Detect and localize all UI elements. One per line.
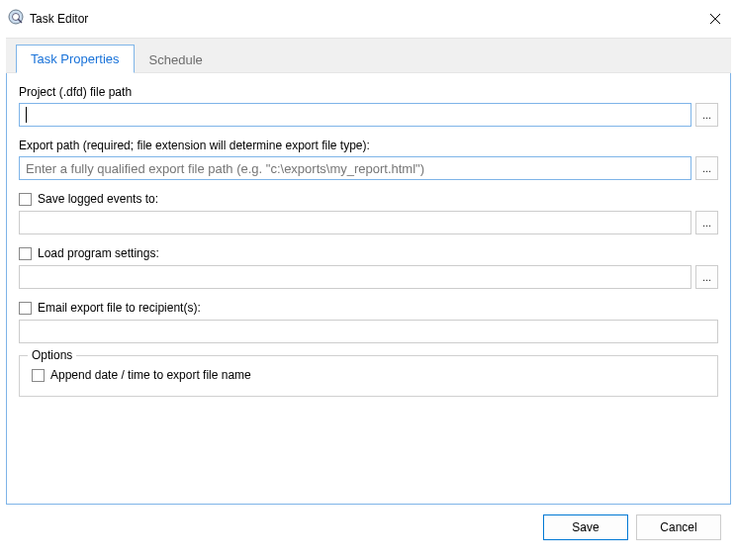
task-editor-window: Task Editor Task Properties Schedule Pro… (0, 0, 737, 560)
save-button[interactable]: Save (543, 514, 628, 540)
export-path-input[interactable] (19, 156, 691, 180)
project-path-browse-button[interactable]: ... (695, 103, 718, 127)
load-settings-label: Load program settings: (38, 246, 159, 260)
titlebar-left: Task Editor (8, 9, 88, 28)
window-title: Task Editor (30, 12, 88, 26)
options-group: Options Append date / time to export fil… (19, 355, 718, 397)
project-path-label: Project (.dfd) file path (19, 85, 718, 99)
options-legend: Options (28, 348, 76, 362)
email-recipients-checkbox[interactable] (19, 302, 32, 315)
tab-task-properties[interactable]: Task Properties (16, 45, 135, 73)
app-icon (8, 9, 24, 28)
save-events-label: Save logged events to: (38, 192, 158, 206)
append-datetime-checkbox[interactable] (32, 369, 45, 382)
load-settings-browse-button[interactable]: ... (695, 265, 718, 289)
close-icon (709, 13, 721, 25)
save-events-input[interactable] (19, 211, 691, 234)
export-path-label: Export path (required; file extension wi… (19, 139, 718, 152)
tab-schedule[interactable]: Schedule (135, 46, 218, 73)
close-button[interactable] (701, 8, 729, 30)
titlebar: Task Editor (0, 0, 737, 34)
tab-content: Project (.dfd) file path ... Export path… (6, 73, 731, 505)
save-events-checkbox[interactable] (19, 193, 32, 206)
tabstrip: Task Properties Schedule (6, 38, 731, 73)
export-path-browse-button[interactable]: ... (695, 156, 718, 180)
email-recipients-input[interactable] (19, 320, 718, 343)
email-recipients-label: Email export file to recipient(s): (38, 301, 201, 315)
dialog-footer: Save Cancel (0, 505, 737, 550)
save-events-browse-button[interactable]: ... (695, 211, 718, 234)
project-path-input[interactable] (19, 103, 691, 127)
load-settings-checkbox[interactable] (19, 247, 32, 260)
cancel-button[interactable]: Cancel (636, 514, 721, 540)
load-settings-input[interactable] (19, 265, 691, 289)
append-datetime-label: Append date / time to export file name (50, 368, 251, 382)
